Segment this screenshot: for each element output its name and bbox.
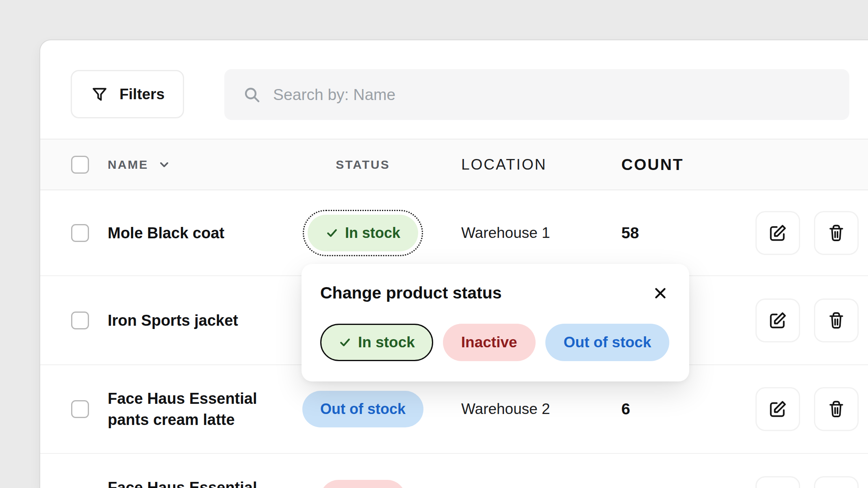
inventory-panel: Filters NAME STATUS LOCATION xyxy=(39,39,868,488)
status-badge[interactable]: Out of stock xyxy=(302,391,423,427)
trash-icon xyxy=(826,399,847,420)
column-header-count: COUNT xyxy=(621,156,715,174)
filter-funnel-icon xyxy=(90,85,109,104)
status-option-in-stock[interactable]: In stock xyxy=(320,324,433,361)
chevron-down-icon xyxy=(158,159,170,171)
edit-button[interactable] xyxy=(755,211,800,255)
edit-pencil-icon xyxy=(767,398,789,420)
delete-button[interactable] xyxy=(814,211,859,255)
product-name: Iron Sports jacket xyxy=(108,310,270,331)
filters-button[interactable]: Filters xyxy=(71,70,184,118)
status-badge[interactable]: In stock xyxy=(308,215,418,251)
check-icon xyxy=(326,227,339,240)
product-name: Face Haus Essential xyxy=(108,388,270,409)
table-row: Mole Black coat In stock Warehouse 1 58 xyxy=(40,190,868,276)
column-header-name[interactable]: NAME xyxy=(108,154,270,175)
edit-pencil-icon xyxy=(767,309,789,331)
row-checkbox[interactable] xyxy=(71,312,89,329)
edit-button[interactable] xyxy=(755,387,800,431)
row-checkbox[interactable] xyxy=(71,400,89,418)
close-icon[interactable] xyxy=(652,285,669,302)
delete-button[interactable] xyxy=(814,476,859,488)
delete-button[interactable] xyxy=(814,298,859,342)
filters-button-label: Filters xyxy=(119,86,165,103)
search-bar[interactable] xyxy=(224,69,849,120)
column-header-location: LOCATION xyxy=(461,156,616,173)
search-input[interactable] xyxy=(273,86,801,104)
edit-pencil-icon xyxy=(767,222,789,244)
location-value: Warehouse 1 xyxy=(461,224,616,242)
count-value: 58 xyxy=(621,224,715,242)
table-row: Face Haus Essential xyxy=(40,454,868,488)
select-all-checkbox[interactable] xyxy=(71,156,89,174)
trash-icon xyxy=(826,222,847,244)
trash-icon xyxy=(826,310,847,331)
popover-title: Change product status xyxy=(320,283,501,303)
product-name: Face Haus Essential xyxy=(108,477,270,488)
delete-button[interactable] xyxy=(814,387,859,431)
status-badge[interactable] xyxy=(320,480,406,488)
status-option-out-of-stock[interactable]: Out of stock xyxy=(545,324,670,361)
edit-button[interactable] xyxy=(755,476,800,488)
edit-button[interactable] xyxy=(755,298,800,342)
product-name: pants cream latte xyxy=(108,409,270,430)
product-name: Mole Black coat xyxy=(108,222,270,244)
status-option-inactive[interactable]: Inactive xyxy=(443,324,536,361)
count-value: 6 xyxy=(621,400,715,418)
search-icon xyxy=(242,85,262,105)
location-value: Warehouse 2 xyxy=(461,401,616,418)
column-header-status: STATUS xyxy=(270,158,456,172)
change-status-popover: Change product status In stock Inactive xyxy=(302,264,689,381)
table-header: NAME STATUS LOCATION COUNT xyxy=(40,139,868,190)
check-icon xyxy=(339,336,352,349)
row-checkbox[interactable] xyxy=(71,224,89,242)
